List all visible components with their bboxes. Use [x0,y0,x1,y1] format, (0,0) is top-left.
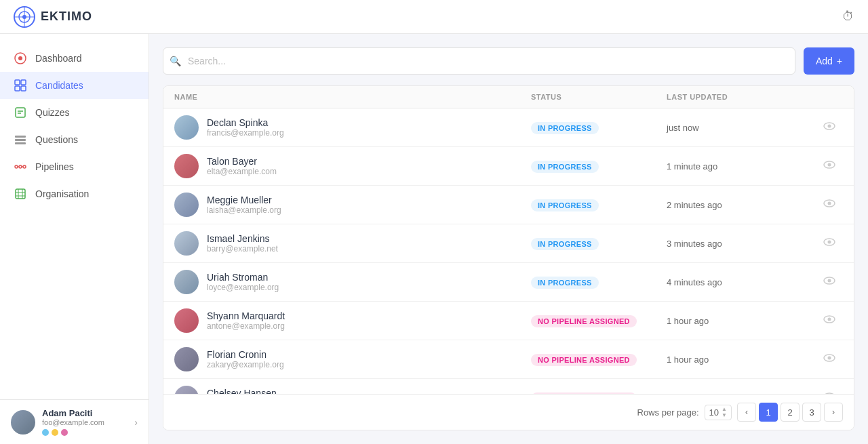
candidate-email: zakary@example.org [207,360,284,369]
logo: EKTIMO [14,6,92,28]
table-header: NAME STATUS LAST UPDATED [163,86,854,108]
candidate-name: Chelsey Hansen [207,388,293,394]
candidate-name: Florian Cronin [207,349,284,360]
col-name: NAME [174,93,531,101]
sidebar-item-questions-label: Questions [35,134,78,145]
status-cell: NO PIPELINE ASSIGNED [531,353,667,366]
candidates-table: NAME STATUS LAST UPDATED Declan Spinka f… [163,85,854,430]
rows-down-arrow[interactable]: ▼ [722,413,727,418]
dot-1 [42,429,49,436]
status-badge: NO PIPELINE ASSIGNED [531,315,637,327]
last-updated: 2 minutes ago [667,200,816,210]
table-row: Declan Spinka francis@example.org IN PRO… [163,108,854,147]
svg-rect-7 [15,80,20,85]
sidebar-item-pipelines[interactable]: Pipelines [0,153,149,180]
sidebar-item-questions[interactable]: Questions [0,126,149,153]
svg-point-36 [828,279,831,283]
candidate-info: Uriah Stroman loyce@example.org [207,272,279,292]
search-input[interactable] [163,47,795,75]
add-button[interactable]: Add + [804,47,854,75]
candidate-cell: Meggie Mueller laisha@example.org [174,193,531,217]
svg-point-30 [828,163,831,167]
svg-point-34 [828,241,831,244]
table-body: Declan Spinka francis@example.org IN PRO… [163,108,854,394]
view-icon[interactable] [816,275,843,289]
candidate-avatar [174,231,199,256]
sidebar-item-candidates[interactable]: Candidates [0,72,149,99]
prev-page-button[interactable]: ‹ [737,403,756,422]
status-cell: IN PROGRESS [531,199,667,211]
candidate-email: francis@example.org [207,128,284,138]
view-icon[interactable] [816,120,843,135]
candidate-email: loyce@example.org [207,283,279,292]
candidate-cell: Florian Cronin zakary@example.org [174,347,531,371]
candidate-info: Declan Spinka francis@example.org [207,117,284,138]
last-updated: 1 minute ago [667,161,816,171]
candidate-email: antone@example.org [207,321,285,331]
status-badge: IN PROGRESS [531,238,599,250]
svg-point-32 [828,202,831,205]
view-icon[interactable] [816,352,843,367]
view-icon[interactable] [816,236,843,251]
status-badge: IN PROGRESS [531,161,599,173]
sidebar: Dashboard Candidates [0,34,149,444]
avatar [11,410,35,435]
organisation-icon [14,187,27,201]
col-last-updated: LAST UPDATED [667,93,816,101]
svg-rect-15 [15,139,26,141]
candidates-icon [14,79,27,92]
candidate-name: Talon Bayer [207,156,277,167]
table-row: Ismael Jenkins barry@example.net IN PROG… [163,224,854,263]
col-status: STATUS [531,93,667,101]
search-box: 🔍 [163,47,795,75]
next-page-button[interactable]: › [824,403,843,422]
view-icon[interactable] [816,197,843,212]
sidebar-item-organisation-label: Organisation [35,188,89,199]
table-row: Chelsey Hansen rahsaan@example.com NO PI… [163,379,854,394]
candidate-info: Ismael Jenkins barry@example.net [207,233,278,254]
table-row: Shyann Marquardt antone@example.org NO P… [163,302,854,340]
candidate-name: Declan Spinka [207,117,284,128]
sidebar-item-dashboard[interactable]: Dashboard [0,45,149,72]
rows-select[interactable]: 10 ▲ ▼ [705,405,732,420]
view-icon[interactable] [816,313,843,328]
svg-point-40 [828,357,831,360]
candidate-cell: Chelsey Hansen rahsaan@example.com [174,386,531,394]
nav-menu: Dashboard Candidates [0,34,149,399]
svg-rect-16 [15,142,26,144]
history-icon[interactable]: ⏱ [842,9,854,24]
page-button-1[interactable]: 1 [759,403,778,422]
status-cell: IN PROGRESS [531,121,667,134]
user-info: Adam Paciti foo@example.com [42,408,127,436]
sidebar-item-organisation[interactable]: Organisation [0,180,149,207]
main-content: 🔍 Add + NAME STATUS LAST UPDATED [149,34,868,444]
page-button-2[interactable]: 2 [781,403,800,422]
table-row: Meggie Mueller laisha@example.org IN PRO… [163,186,854,224]
sidebar-item-quizzes[interactable]: Quizzes [0,99,149,126]
dot-2 [52,429,58,436]
chevron-right-icon: › [134,417,138,428]
sidebar-user[interactable]: Adam Paciti foo@example.com › [0,399,149,444]
svg-rect-8 [21,80,26,85]
sidebar-item-pipelines-label: Pipelines [35,161,74,172]
candidate-name: Ismael Jenkins [207,233,278,244]
svg-rect-9 [15,86,20,91]
add-label: Add [816,56,833,66]
search-icon: 🔍 [170,56,181,66]
dashboard-icon [14,52,27,65]
svg-rect-22 [16,189,25,199]
rows-up-arrow[interactable]: ▲ [722,407,727,412]
candidate-email: elta@example.com [207,167,277,176]
page-navigation: ‹ 1 2 3 › [737,403,843,422]
candidate-info: Shyann Marquardt antone@example.org [207,310,285,331]
table-row: Talon Bayer elta@example.com IN PROGRESS… [163,147,854,186]
page-button-3[interactable]: 3 [802,403,821,422]
last-updated: 3 minutes ago [667,239,816,249]
candidate-name: Shyann Marquardt [207,310,285,321]
candidate-avatar [174,270,199,294]
rows-count: 10 [709,407,719,418]
view-icon[interactable] [816,159,843,174]
candidate-info: Talon Bayer elta@example.com [207,156,277,176]
status-badge: NO PIPELINE ASSIGNED [531,354,637,366]
last-updated: 1 hour ago [667,355,816,365]
